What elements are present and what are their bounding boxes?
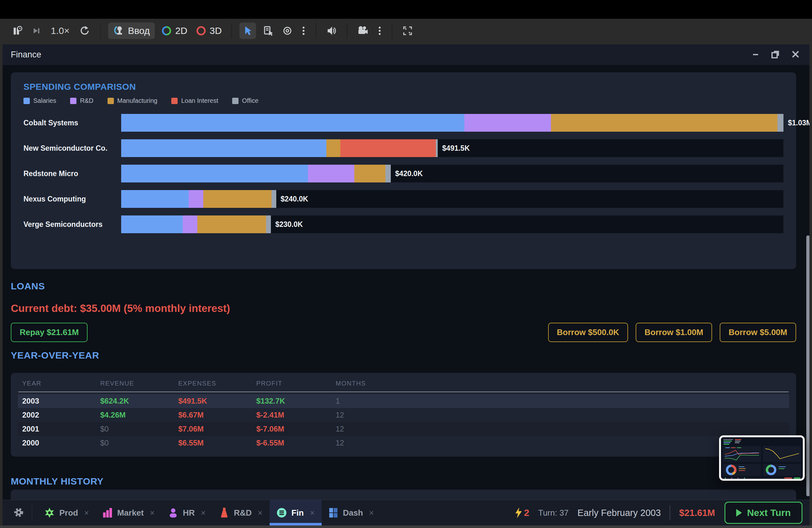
- next-turn-button[interactable]: Next Turn: [724, 502, 802, 524]
- camera-override-button[interactable]: [355, 23, 371, 38]
- yoy-cell: $624.2K: [96, 394, 174, 408]
- bar-segment-manufacturing: [354, 165, 386, 183]
- repay-button[interactable]: Repay $21.61M: [11, 323, 88, 342]
- tab-strip: Prod×Market×HR×R&D×Fin×Dash×: [38, 500, 381, 526]
- close-tab-icon[interactable]: ×: [310, 508, 315, 518]
- tab-r-d[interactable]: R&D×: [213, 500, 270, 526]
- speaker-icon: [326, 25, 337, 37]
- lightning-icon: [514, 508, 523, 518]
- input-mode-button[interactable]: Ввод: [108, 23, 155, 39]
- bar-segment-salaries: [121, 114, 464, 132]
- minimize-button[interactable]: [750, 48, 761, 61]
- yoy-cell: $4.26M: [96, 408, 174, 422]
- yoy-column-year: YEAR: [18, 380, 97, 387]
- yoy-cell: $132.7K: [252, 394, 331, 408]
- fullscreen-button[interactable]: [400, 23, 415, 38]
- legend-label: Office: [242, 97, 259, 104]
- bar-value: $230.0K: [275, 220, 303, 229]
- bar-segment-manufacturing: [327, 139, 340, 157]
- bar-segment-manufacturing: [197, 215, 266, 233]
- company-label: New Semiconductor Co.: [24, 144, 121, 153]
- bar-segment-loan-interest: [340, 139, 436, 157]
- game-taskbar: Prod×Market×HR×R&D×Fin×Dash× 2 Turn: 37 …: [2, 500, 810, 526]
- spending-row-new-semiconductor-co: New Semiconductor Co.$491.5K: [24, 139, 783, 157]
- yoy-row-2000: 2000$0$6.55M$-6.55M12: [18, 436, 789, 450]
- tab-label: HR: [183, 508, 195, 518]
- close-button[interactable]: [790, 48, 801, 61]
- yoy-table-body: 2003$624.2K$491.5K$132.7K12002$4.26M$6.6…: [18, 394, 789, 450]
- pause-button[interactable]: [10, 23, 25, 38]
- tab-label: Dash: [343, 508, 363, 518]
- yoy-cell: $-2.41M: [252, 408, 331, 422]
- next-frame-button[interactable]: [29, 24, 43, 38]
- yoy-table-header: YEARREVENUEEXPENSESPROFITMONTHS: [18, 380, 788, 392]
- select-list-button[interactable]: [260, 23, 276, 38]
- window-content: SPENDING COMPARISON SalariesR&DManufactu…: [2, 65, 810, 500]
- movie-camera-icon: [357, 25, 369, 37]
- legend-label: R&D: [80, 97, 93, 104]
- legend-swatch: [232, 98, 238, 104]
- audio-mute-button[interactable]: [324, 23, 339, 38]
- energy-count: 2: [524, 508, 530, 518]
- yoy-cell: $-7.06M: [252, 422, 331, 436]
- select-options-menu[interactable]: [299, 23, 308, 38]
- tab-prod[interactable]: Prod×: [38, 500, 96, 526]
- close-tab-icon[interactable]: ×: [84, 508, 89, 518]
- focus-target-button[interactable]: [280, 24, 295, 38]
- scrollbar-thumb[interactable]: [806, 236, 810, 496]
- close-tab-icon[interactable]: ×: [258, 508, 263, 518]
- settings-gear-icon[interactable]: [12, 506, 25, 520]
- yoy-cell: $6.55M: [174, 436, 252, 450]
- borrow-button-borrow-500-0k[interactable]: Borrow $500.0K: [548, 323, 628, 342]
- tab-dash[interactable]: Dash×: [322, 500, 381, 526]
- camera-3d-button[interactable]: 3D: [194, 24, 223, 38]
- yoy-column-revenue: REVENUE: [97, 380, 174, 387]
- playback-speed[interactable]: 1.0×: [47, 25, 73, 36]
- year-over-year-title: YEAR-OVER-YEAR: [11, 350, 99, 361]
- bar-track: $491.5K: [121, 139, 783, 157]
- status-separator: [670, 505, 670, 520]
- date-label: Early February 2003: [578, 508, 661, 518]
- company-label: Verge Semiconductors: [24, 220, 121, 229]
- spending-legend: SalariesR&DManufacturingLoan InterestOff…: [24, 97, 783, 104]
- yoy-cell: 2001: [18, 422, 96, 436]
- close-tab-icon[interactable]: ×: [150, 508, 155, 518]
- window-titlebar[interactable]: Finance: [2, 44, 810, 65]
- yoy-cell: $491.5K: [174, 394, 252, 408]
- dashboard-preview-thumbnail[interactable]: [719, 436, 805, 481]
- tab-fin[interactable]: Fin×: [270, 500, 322, 526]
- loans-title: LOANS: [11, 281, 45, 291]
- borrow-button-borrow-5-00m[interactable]: Borrow $5.00M: [720, 323, 796, 342]
- maximize-button[interactable]: [769, 48, 782, 61]
- toolbar-separator: [316, 23, 316, 39]
- borrow-button-borrow-1-00m[interactable]: Borrow $1.00M: [636, 323, 712, 342]
- camera-options-menu[interactable]: [375, 23, 384, 38]
- bar-segment-salaries: [121, 139, 327, 157]
- legend-item-loan-interest: Loan Interest: [171, 97, 218, 104]
- legend-label: Manufacturing: [117, 97, 158, 104]
- yoy-cell: 2002: [18, 408, 96, 422]
- legend-swatch: [70, 98, 76, 104]
- bar-track: $240.0K: [121, 190, 783, 208]
- spending-row-redstone-micro: Redstone Micro$420.0K: [24, 165, 783, 183]
- spending-bar-chart: Cobalt Systems$1.03MNew Semiconductor Co…: [24, 114, 783, 233]
- bar-segment-office: [386, 165, 391, 183]
- yoy-column-profit: PROFIT: [252, 380, 332, 387]
- tab-hr[interactable]: HR×: [161, 500, 213, 526]
- play-icon: [736, 509, 742, 517]
- expand-icon: [402, 25, 413, 37]
- close-tab-icon[interactable]: ×: [369, 508, 374, 518]
- yoy-cell: $-6.55M: [252, 436, 331, 450]
- camera-2d-button[interactable]: 2D: [159, 24, 189, 38]
- yoy-row-2003: 2003$624.2K$491.5K$132.7K1: [18, 394, 789, 408]
- tab-market[interactable]: Market×: [96, 500, 161, 526]
- legend-swatch: [171, 98, 178, 104]
- editor-bottom-strip: [0, 526, 812, 528]
- screen: 1.0× Ввод 2D 3D: [0, 0, 812, 528]
- yoy-cell: 2003: [18, 394, 96, 408]
- reset-button[interactable]: [77, 23, 92, 38]
- close-tab-icon[interactable]: ×: [201, 508, 205, 518]
- tab-label: Fin: [291, 508, 304, 518]
- select-mode-button[interactable]: [240, 23, 256, 39]
- person-icon: [169, 508, 178, 517]
